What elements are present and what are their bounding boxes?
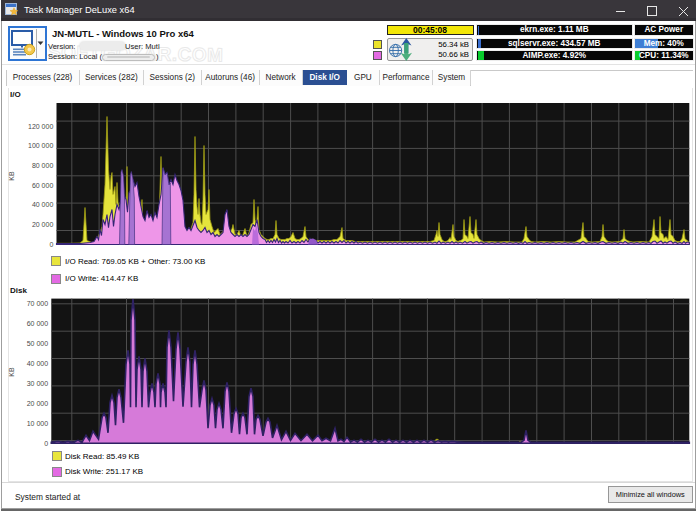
svg-text:0: 0 bbox=[49, 241, 53, 248]
svg-text:60 000: 60 000 bbox=[27, 320, 49, 327]
svg-text:KB: KB bbox=[8, 171, 15, 181]
svg-text:0: 0 bbox=[44, 440, 48, 447]
svg-text:30 000: 30 000 bbox=[27, 380, 49, 387]
svg-text:60 000: 60 000 bbox=[32, 182, 54, 189]
svg-text:120 000: 120 000 bbox=[28, 123, 53, 130]
svg-text:10 000: 10 000 bbox=[27, 420, 49, 427]
svg-text:40 000: 40 000 bbox=[27, 360, 49, 367]
svg-text:40 000: 40 000 bbox=[32, 201, 54, 208]
svg-text:50 000: 50 000 bbox=[27, 340, 49, 347]
svg-text:20 000: 20 000 bbox=[32, 221, 54, 228]
svg-text:80 000: 80 000 bbox=[32, 162, 54, 169]
svg-text:20 000: 20 000 bbox=[27, 400, 49, 407]
svg-text:100 000: 100 000 bbox=[28, 142, 53, 149]
svg-text:70 000: 70 000 bbox=[27, 300, 49, 307]
svg-text:KB: KB bbox=[8, 367, 15, 377]
